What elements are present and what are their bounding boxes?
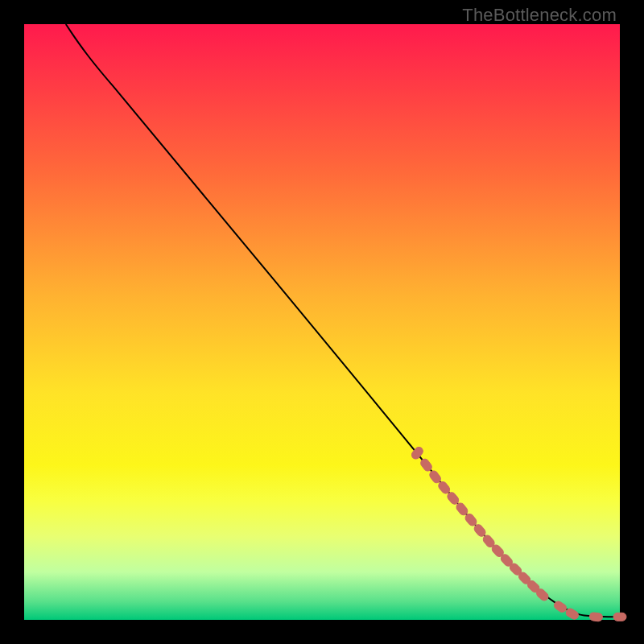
highlight-dots-group (410, 445, 626, 621)
highlight-dot (613, 613, 626, 621)
attribution-watermark: TheBottleneck.com (462, 5, 617, 26)
bottleneck-curve (66, 24, 620, 617)
chart-svg (24, 24, 620, 620)
highlight-dot (589, 612, 603, 621)
